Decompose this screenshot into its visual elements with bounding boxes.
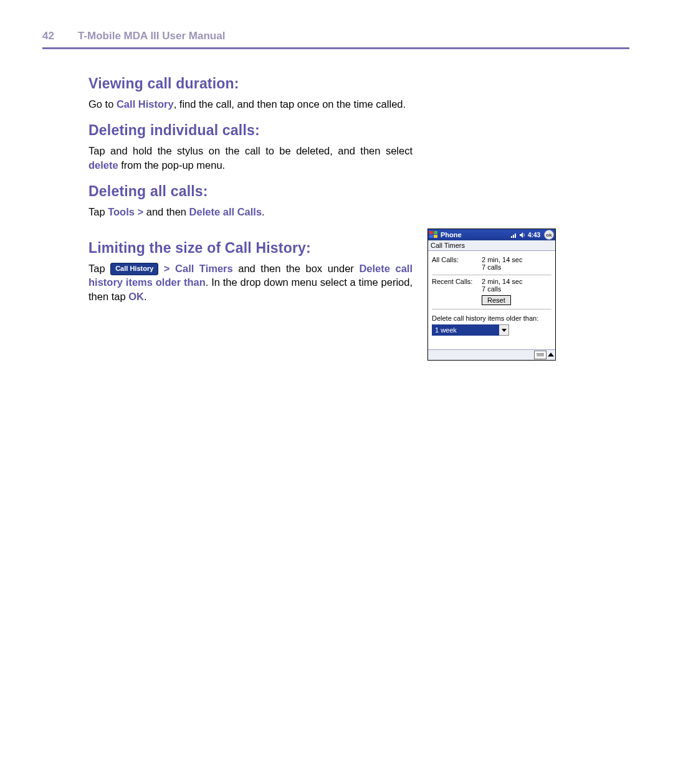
svg-rect-0	[429, 231, 433, 234]
value-recent-calls-count: 7 calls	[482, 285, 551, 293]
section-body-limiting: Tap Call History > Call Timers and then …	[88, 262, 413, 303]
section-body-delete-one: Tap and hold the stylus on the call to b…	[88, 144, 413, 172]
text: Tap	[88, 263, 110, 274]
section-body-delete-all: Tap Tools > and then Delete all Calls.	[88, 205, 413, 219]
caret-up-icon[interactable]	[548, 351, 554, 359]
svg-rect-1	[434, 231, 437, 234]
signal-icon	[510, 232, 517, 239]
text: Tap and hold the stylus on the call to b…	[88, 145, 413, 156]
text: from the pop-up menu.	[118, 159, 226, 171]
dropdown-arrow-button[interactable]	[499, 324, 509, 336]
running-header: 42 T-Mobile MDA III User Manual	[42, 30, 629, 49]
svg-rect-2	[429, 235, 433, 238]
section-body-viewing: Go to Call History, find the call, and t…	[88, 97, 413, 111]
svg-rect-3	[434, 235, 437, 238]
value-recent-calls-duration: 2 min, 14 sec	[482, 278, 551, 285]
windows-flag-icon[interactable]	[429, 231, 438, 239]
text: .	[262, 206, 265, 217]
manual-page: 42 T-Mobile MDA III User Manual Viewing …	[0, 0, 673, 398]
running-title: T-Mobile MDA III User Manual	[78, 30, 225, 42]
pda-subtitle: Call Timers	[428, 240, 555, 251]
pda-bottombar	[428, 349, 555, 360]
keyword-delete-all-calls: Delete all Calls	[189, 206, 262, 217]
keyword-call-history: Call History	[117, 98, 174, 110]
delete-older-than-label: Delete call history items older than:	[432, 314, 551, 322]
section-heading-viewing: Viewing call duration:	[88, 75, 629, 92]
call-history-button-chip: Call History	[110, 263, 158, 275]
text: .	[144, 291, 147, 302]
section-heading-limiting: Limiting the size of Call History:	[88, 240, 413, 257]
pda-clock: 4:43	[528, 232, 540, 239]
pda-titlebar: Phone 4:43 ok	[428, 229, 555, 240]
pda-app-title: Phone	[441, 231, 462, 239]
keyword-ok: OK	[128, 291, 144, 302]
keyboard-icon[interactable]	[534, 351, 547, 359]
value-all-calls-duration: 2 min, 14 sec	[482, 256, 551, 263]
device-screenshot: Phone 4:43 ok Call	[427, 229, 556, 361]
label-recent-calls: Recent Calls:	[432, 278, 480, 285]
section-heading-delete-one: Deleting individual calls:	[88, 122, 629, 139]
text: and then	[143, 206, 189, 217]
text: and then the box under	[233, 263, 360, 274]
ok-button[interactable]: ok	[544, 230, 554, 240]
text: , find the call, and then tap once on th…	[174, 98, 406, 110]
pda-status-area: 4:43	[510, 232, 540, 239]
keyword-tools: Tools >	[108, 206, 143, 217]
keyword-call-timers: > Call Timers	[158, 263, 232, 274]
label-all-calls: All Calls:	[432, 256, 480, 263]
row-recent-calls: Recent Calls: 2 min, 14 sec 7 calls Rese…	[432, 275, 551, 309]
chevron-down-icon	[502, 328, 507, 333]
dropdown-value[interactable]: 1 week	[432, 324, 499, 336]
value-all-calls-count: 7 calls	[482, 263, 551, 271]
keyword-delete: delete	[88, 159, 118, 171]
text: Tap	[88, 206, 108, 217]
section-heading-delete-all: Deleting all calls:	[88, 183, 629, 200]
speaker-icon	[519, 232, 526, 239]
reset-button[interactable]: Reset	[482, 295, 511, 305]
pda-body: All Calls: 2 min, 14 sec 7 calls Recent …	[428, 251, 555, 349]
delete-older-than-dropdown[interactable]: 1 week	[432, 324, 509, 336]
text: Go to	[88, 98, 117, 110]
page-number: 42	[42, 30, 54, 42]
row-all-calls: All Calls: 2 min, 14 sec 7 calls	[432, 253, 551, 275]
page-content: Viewing call duration: Go to Call Histor…	[44, 49, 629, 361]
